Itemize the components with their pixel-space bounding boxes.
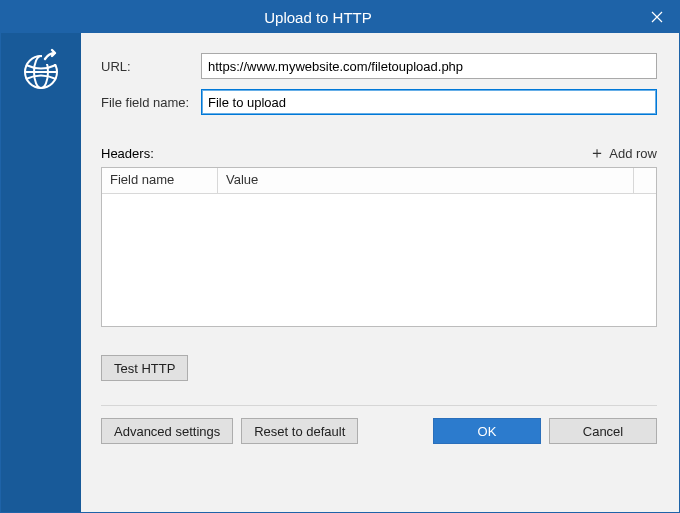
file-field-row: File field name: [101,89,657,115]
advanced-settings-button[interactable]: Advanced settings [101,418,233,444]
table-body[interactable] [102,194,656,326]
url-row: URL: [101,53,657,79]
dialog-body: URL: File field name: Headers: ＋ Add row… [1,33,679,512]
url-input[interactable] [201,53,657,79]
table-header-row: Field name Value [102,168,656,194]
add-row-button[interactable]: ＋ Add row [589,145,657,161]
col-header-value[interactable]: Value [218,168,634,193]
col-header-fieldname[interactable]: Field name [102,168,218,193]
test-http-button[interactable]: Test HTTP [101,355,188,381]
headers-label: Headers: [101,146,154,161]
file-field-input[interactable] [201,89,657,115]
headers-header: Headers: ＋ Add row [101,145,657,161]
test-section: Test HTTP [101,355,657,381]
globe-upload-icon [19,48,63,92]
cancel-button[interactable]: Cancel [549,418,657,444]
col-header-spacer [634,168,656,193]
close-icon [651,11,663,23]
file-field-label: File field name: [101,95,201,110]
ok-button[interactable]: OK [433,418,541,444]
dialog-title: Upload to HTTP [1,9,635,26]
reset-default-button[interactable]: Reset to default [241,418,358,444]
close-button[interactable] [635,1,679,33]
add-row-label: Add row [609,146,657,161]
svg-rect-3 [42,50,60,64]
headers-table: Field name Value [101,167,657,327]
dialog-window: Upload to HTTP URL: File field name: [0,0,680,513]
url-label: URL: [101,59,201,74]
footer-divider [101,405,657,406]
sidebar [1,33,81,512]
content-area: URL: File field name: Headers: ＋ Add row… [81,33,679,512]
footer: Advanced settings Reset to default OK Ca… [101,418,657,444]
plus-icon: ＋ [589,145,605,161]
titlebar: Upload to HTTP [1,1,679,33]
